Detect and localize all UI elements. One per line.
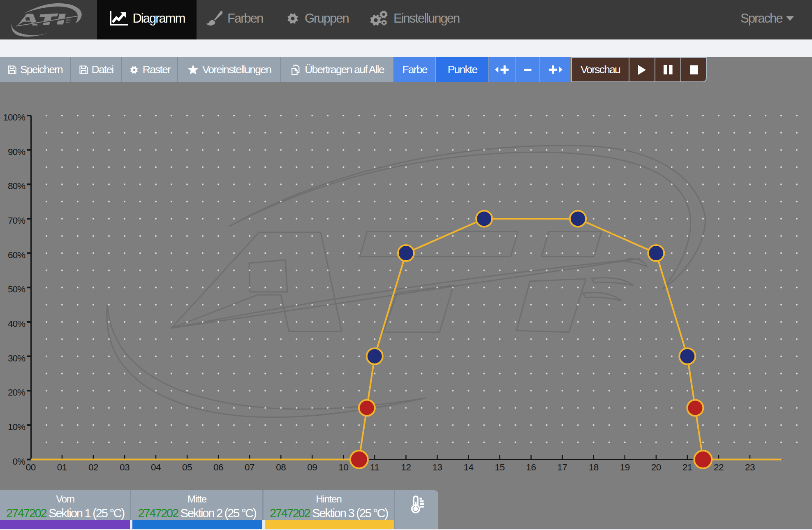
svg-text:21: 21 [682, 462, 692, 472]
svg-text:15: 15 [495, 462, 504, 472]
svg-text:04: 04 [151, 462, 161, 472]
svg-text:23: 23 [745, 462, 755, 472]
svg-text:10: 10 [338, 462, 348, 472]
svg-text:01: 01 [57, 462, 67, 472]
svg-text:00: 00 [26, 462, 36, 472]
svg-text:0%: 0% [12, 456, 25, 467]
svg-text:07: 07 [245, 462, 254, 472]
svg-text:18: 18 [589, 462, 599, 472]
svg-text:08: 08 [276, 462, 286, 472]
svg-text:100%: 100% [3, 112, 25, 123]
svg-text:14: 14 [463, 462, 473, 472]
svg-text:12: 12 [401, 462, 411, 472]
svg-text:03: 03 [120, 462, 130, 472]
svg-text:13: 13 [432, 462, 442, 472]
svg-text:20%: 20% [8, 387, 25, 398]
svg-text:09: 09 [307, 462, 317, 472]
svg-text:22: 22 [714, 462, 724, 472]
svg-text:05: 05 [182, 462, 192, 472]
svg-text:60%: 60% [8, 250, 25, 260]
svg-text:17: 17 [558, 462, 567, 472]
svg-text:11: 11 [370, 462, 379, 472]
svg-text:30%: 30% [8, 353, 25, 363]
svg-text:50%: 50% [8, 284, 25, 294]
svg-text:10%: 10% [8, 422, 25, 432]
svg-text:20: 20 [651, 462, 661, 472]
svg-text:16: 16 [526, 462, 536, 472]
svg-text:90%: 90% [8, 147, 25, 157]
svg-text:70%: 70% [8, 215, 25, 226]
svg-text:06: 06 [213, 462, 223, 472]
svg-text:80%: 80% [8, 181, 25, 191]
svg-text:40%: 40% [8, 319, 25, 329]
svg-text:02: 02 [88, 462, 98, 472]
svg-text:19: 19 [620, 462, 630, 472]
